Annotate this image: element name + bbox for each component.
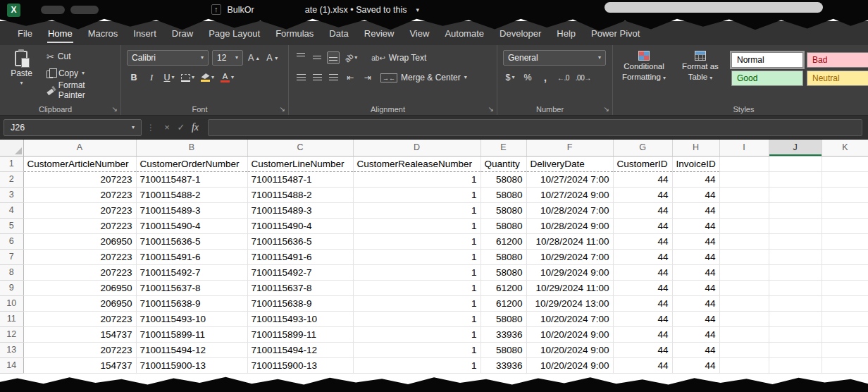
cell-H6[interactable]: 44: [672, 233, 719, 249]
cell-B4[interactable]: 7100115489-3: [136, 202, 247, 218]
ribbon-tab-view[interactable]: View: [402, 21, 437, 45]
fill-color-button[interactable]: ▾: [199, 71, 216, 85]
cell-C3[interactable]: 7100115488-2: [247, 187, 353, 202]
cell-D4[interactable]: 1: [353, 202, 480, 218]
row-header-3[interactable]: 3: [0, 187, 23, 202]
decrease-decimal-button[interactable]: .00→: [574, 71, 593, 85]
format-as-table-button[interactable]: Format as Table ▾: [675, 49, 726, 102]
cell-F13[interactable]: 10/20/2024 9:00: [526, 342, 613, 357]
cell-J10[interactable]: [769, 295, 822, 311]
cell-F8[interactable]: 10/29/2024 9:00: [526, 264, 613, 280]
cell-I2[interactable]: [719, 171, 769, 187]
cell-C4[interactable]: 7100115489-3: [247, 202, 353, 218]
cell-I9[interactable]: [719, 280, 769, 295]
cell-B13[interactable]: 7100115494-12: [136, 342, 247, 357]
cell-E8[interactable]: 58080: [480, 264, 526, 280]
cell-A8[interactable]: 207223: [23, 264, 136, 280]
cell-G5[interactable]: 44: [613, 218, 672, 233]
cell-C8[interactable]: 7100115492-7: [247, 264, 353, 280]
cell-E2[interactable]: 58080: [480, 171, 526, 187]
font-size-combobox[interactable]: 12 ▾: [212, 50, 243, 66]
cell-C11[interactable]: 7100115493-10: [247, 311, 353, 326]
cell-G6[interactable]: 44: [613, 233, 672, 249]
cell-C13[interactable]: 7100115494-12: [247, 342, 353, 357]
increase-indent-button[interactable]: ⇥: [361, 71, 375, 85]
decrease-indent-button[interactable]: ⇤: [343, 71, 357, 85]
row-header-13[interactable]: 13: [0, 342, 23, 357]
column-header-C[interactable]: C: [247, 140, 353, 156]
cell-H14[interactable]: 44: [672, 357, 719, 373]
cell-C7[interactable]: 7100115491-6: [247, 249, 353, 264]
column-header-G[interactable]: G: [613, 140, 672, 156]
cell-C5[interactable]: 7100115490-4: [247, 218, 353, 233]
cell-B11[interactable]: 7100115493-10: [136, 311, 247, 326]
cell-D13[interactable]: 1: [353, 342, 480, 357]
cell-K8[interactable]: [822, 264, 868, 280]
cell-K12[interactable]: [822, 326, 868, 342]
cell-F9[interactable]: 10/29/2024 11:00: [526, 280, 613, 295]
alignment-dialog-launcher[interactable]: ↘: [488, 105, 494, 113]
cell-F5[interactable]: 10/28/2024 9:00: [526, 218, 613, 233]
underline-button[interactable]: U ▾: [162, 71, 176, 85]
cell-G9[interactable]: 44: [613, 280, 672, 295]
cell-I4[interactable]: [719, 202, 769, 218]
cell-D3[interactable]: 1: [353, 187, 480, 202]
cell-K1[interactable]: [822, 156, 868, 171]
cell-D5[interactable]: 1: [353, 218, 480, 233]
comma-style-button[interactable]: ,: [538, 71, 552, 85]
cell-E9[interactable]: 61200: [480, 280, 526, 295]
row-header-11[interactable]: 11: [0, 311, 23, 326]
cell-A14[interactable]: 154737: [23, 357, 136, 373]
row-header-8[interactable]: 8: [0, 264, 23, 280]
conditional-formatting-button[interactable]: Conditional Formatting ▾: [619, 49, 669, 102]
chevron-down-icon[interactable]: ▾: [416, 6, 419, 13]
cell-H5[interactable]: 44: [672, 218, 719, 233]
cell-D8[interactable]: 1: [353, 264, 480, 280]
number-format-combobox[interactable]: General ▾: [503, 50, 606, 66]
cell-E11[interactable]: 58080: [480, 311, 526, 326]
cell-A6[interactable]: 206950: [23, 233, 136, 249]
cell-J12[interactable]: [769, 326, 822, 342]
top-align-button[interactable]: [294, 51, 307, 64]
cell-K13[interactable]: [822, 342, 868, 357]
document-title[interactable]: ↑ BulkOr ate (1).xlsx • Saved to this ▾: [211, 4, 419, 15]
cell-F12[interactable]: 10/20/2024 9:00: [526, 326, 613, 342]
excel-app-icon[interactable]: X: [7, 4, 20, 17]
increase-decimal-button[interactable]: ←.0: [556, 71, 571, 85]
column-header-B[interactable]: B: [136, 140, 247, 156]
cell-B14[interactable]: 7100115900-13: [136, 357, 247, 373]
cell-K4[interactable]: [822, 202, 868, 218]
cell-H9[interactable]: 44: [672, 280, 719, 295]
row-header-10[interactable]: 10: [0, 295, 23, 311]
cell-G12[interactable]: 44: [613, 326, 672, 342]
cell-K7[interactable]: [822, 249, 868, 264]
cell-D11[interactable]: 1: [353, 311, 480, 326]
cell-H10[interactable]: 44: [672, 295, 719, 311]
cell-K9[interactable]: [822, 280, 868, 295]
cell-D10[interactable]: 1: [353, 295, 480, 311]
row-header-1[interactable]: 1: [0, 156, 23, 171]
cell-C2[interactable]: 7100115487-1: [247, 171, 353, 187]
row-header-12[interactable]: 12: [0, 326, 23, 342]
cell-H7[interactable]: 44: [672, 249, 719, 264]
cell-H1[interactable]: InvoiceID: [672, 156, 719, 171]
cell-B5[interactable]: 7100115490-4: [136, 218, 247, 233]
cell-F11[interactable]: 10/20/2024 7:00: [526, 311, 613, 326]
cell-C1[interactable]: CustomerLineNumber: [247, 156, 353, 171]
cell-B6[interactable]: 7100115636-5: [136, 233, 247, 249]
cell-B7[interactable]: 7100115491-6: [136, 249, 247, 264]
cell-E1[interactable]: Quantity: [480, 156, 526, 171]
cell-J8[interactable]: [769, 264, 822, 280]
cell-style-bad[interactable]: Bad: [807, 52, 868, 68]
cell-B9[interactable]: 7100115637-8: [136, 280, 247, 295]
cell-G14[interactable]: 44: [613, 357, 672, 373]
cell-K5[interactable]: [822, 218, 868, 233]
cell-G3[interactable]: 44: [613, 187, 672, 202]
cell-B2[interactable]: 7100115487-1: [136, 171, 247, 187]
cell-K3[interactable]: [822, 187, 868, 202]
cell-J5[interactable]: [769, 218, 822, 233]
cell-J3[interactable]: [769, 187, 822, 202]
cell-J1[interactable]: [769, 156, 822, 171]
cell-F1[interactable]: DeliveryDate: [526, 156, 613, 171]
cell-G7[interactable]: 44: [613, 249, 672, 264]
